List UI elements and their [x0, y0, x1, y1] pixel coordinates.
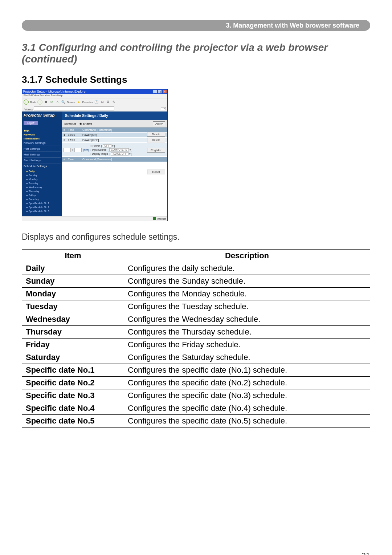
table-row: Specific date No.1Configures the specifi…	[22, 364, 370, 377]
address-bar[interactable]: Address Go	[22, 106, 167, 112]
search-icon[interactable]: 🔍	[61, 100, 66, 104]
window-title: Projector Setup - Microsoft Internet Exp…	[23, 89, 87, 94]
power-label: Power	[93, 145, 100, 147]
cell-num: 1	[64, 133, 68, 137]
window-buttons[interactable]: _ ▢ ×	[153, 89, 167, 94]
delete-button-2[interactable]: Delete	[147, 138, 165, 142]
th-num: #	[64, 128, 68, 131]
favorites-label[interactable]: Favorites	[82, 101, 93, 104]
refresh-icon[interactable]: ⟳	[50, 100, 54, 104]
table-row: Specific date No.2Configures the specifi…	[22, 377, 370, 389]
apply-button[interactable]: Apply	[153, 121, 165, 126]
main-panel: Schedule Settings / Daily Schedule ◉ Ena…	[62, 112, 167, 216]
sidebar-information[interactable]: Information	[24, 137, 61, 140]
sidebar-item-network-settings[interactable]: Network Settings	[24, 140, 61, 146]
sidebar-item-schedule-settings[interactable]: Schedule Settings	[24, 163, 61, 169]
window-titlebar: Projector Setup - Microsoft Internet Exp…	[22, 89, 167, 94]
table-row: ThursdayConfigures the Thursday schedule…	[22, 326, 370, 339]
sidebar-sub-sd2[interactable]: ▸ Specific date No.2	[26, 205, 61, 209]
minimize-icon[interactable]: _	[153, 90, 157, 93]
favorites-icon[interactable]: ★	[77, 100, 81, 104]
th-time: Time	[68, 128, 82, 131]
sidebar-sub-thursday[interactable]: ▸ Thursday	[26, 189, 61, 193]
cell-time: 17:00	[68, 138, 82, 142]
sidebar-sub-wednesday[interactable]: ▸ Wednesday	[26, 185, 61, 189]
th-cmd: Command [Parameter]	[82, 158, 166, 161]
table-row: MondayConfigures the Monday schedule.	[22, 288, 370, 300]
sidebar-sub-friday[interactable]: ▸ Friday	[26, 193, 61, 197]
description-table: Item Description DailyConfigures the dai…	[22, 249, 370, 428]
page-number: 21	[362, 551, 370, 555]
sidebar: Projector Setup Logoff Top: Network Info…	[22, 112, 62, 216]
address-label: Address	[24, 108, 33, 111]
back-icon[interactable]: ←	[24, 100, 29, 105]
sidebar-top[interactable]: Top:	[24, 129, 61, 132]
table-header-2: # Time Command [Parameter]	[62, 157, 167, 162]
sidebar-sub-monday[interactable]: ▸ Monday	[26, 177, 61, 181]
register-button[interactable]: Register	[147, 148, 165, 153]
table-row: WednesdayConfigures the Wednesday schedu…	[22, 313, 370, 326]
sidebar-title: Projector Setup	[24, 113, 61, 119]
th-description: Description	[124, 250, 370, 262]
input-label: • Input Source	[90, 149, 106, 151]
status-bar: Internet	[22, 216, 167, 221]
input-select[interactable]: COMPUTER1	[109, 148, 129, 151]
sidebar-item-port-settings[interactable]: Port Settings	[24, 146, 61, 152]
table-row: TuesdayConfigures the Tuesday schedule.	[22, 300, 370, 313]
go-button[interactable]: Go	[161, 107, 166, 110]
sidebar-item-alert-settings[interactable]: Alert Settings	[24, 158, 61, 163]
schedule-enable-row: Schedule ◉ Enable Apply	[62, 120, 167, 127]
close-icon[interactable]: ×	[163, 90, 167, 93]
minute-input[interactable]	[74, 148, 82, 152]
search-label[interactable]: Search	[67, 101, 75, 104]
table-row: DailyConfigures the daily schedule.	[22, 262, 370, 275]
th-time: Time	[68, 158, 82, 161]
th-num: #	[64, 158, 68, 161]
edit-icon[interactable]: ✎	[112, 100, 116, 104]
section-title: 3.1 Configuring and controlling the proj…	[22, 42, 370, 65]
sidebar-sub-tuesday[interactable]: ▸ Tuesday	[26, 181, 61, 185]
browser-toolbar[interactable]: ← Back → ✖ ⟳ ⌂ 🔍 Search ★ Favorites 🕘 ✉ …	[22, 98, 167, 106]
table-row: Specific date No.3Configures the specifi…	[22, 389, 370, 402]
th-cmd: Command [Parameter]	[82, 128, 166, 131]
logoff-button[interactable]: Logoff	[24, 121, 38, 125]
forward-icon[interactable]: →	[37, 100, 42, 105]
history-icon[interactable]: 🕘	[94, 100, 99, 104]
screenshot-schedule-settings: Projector Setup - Microsoft Internet Exp…	[22, 89, 168, 221]
print-icon[interactable]: 🖶	[106, 100, 110, 104]
sidebar-sub-saturday[interactable]: ▸ Saturday	[26, 197, 61, 201]
sidebar-network[interactable]: Network	[24, 133, 61, 136]
schedule-label: Schedule	[64, 122, 76, 125]
stop-icon[interactable]: ✖	[44, 100, 48, 104]
th-item: Item	[22, 250, 124, 262]
intro-text: Displays and configures schedule setting…	[22, 232, 370, 242]
subsection-title: 3.1.7 Schedule Settings	[22, 74, 370, 85]
table-row: Specific date No.5Configures the specifi…	[22, 415, 370, 428]
hm-label: [h:m]	[83, 149, 89, 151]
image-label: • Display Image	[90, 153, 108, 155]
table-row: FridayConfigures the Friday schedule.	[22, 339, 370, 351]
panel-title: Schedule Settings / Daily	[62, 112, 167, 120]
internet-icon	[153, 217, 156, 220]
sidebar-item-mail-settings[interactable]: Mail Settings	[24, 152, 61, 158]
back-label[interactable]: Back	[30, 101, 36, 104]
breadcrumb: 3. Management with Web browser software	[22, 20, 370, 31]
delete-button-1[interactable]: Delete	[147, 132, 165, 137]
image-select[interactable]: IMAGE-OFF	[111, 152, 128, 155]
sidebar-sub-sunday[interactable]: ▸ Sunday	[26, 173, 61, 177]
browser-menubar[interactable]: File Edit View Favorites Tools Help	[22, 94, 167, 98]
sidebar-sub-sd3[interactable]: ▸ Specific date No.3	[26, 209, 61, 213]
maximize-icon[interactable]: ▢	[158, 90, 162, 93]
cell-time: 08:00	[68, 133, 82, 137]
table-row: SaturdayConfigures the Saturday schedule…	[22, 351, 370, 364]
sidebar-sub-sd1[interactable]: ▸ Specific date No.1	[26, 201, 61, 205]
hour-input[interactable]	[64, 148, 71, 152]
status-text: Internet	[157, 218, 166, 220]
reset-button[interactable]: Reset	[147, 170, 165, 174]
mail-icon[interactable]: ✉	[100, 100, 105, 104]
power-select[interactable]: OFF	[103, 144, 111, 147]
enable-label: Enable	[83, 122, 92, 125]
sidebar-sub-daily[interactable]: ▸ Daily	[26, 169, 61, 173]
home-icon[interactable]: ⌂	[56, 100, 60, 104]
table-row: Specific date No.4Configures the specifi…	[22, 402, 370, 415]
